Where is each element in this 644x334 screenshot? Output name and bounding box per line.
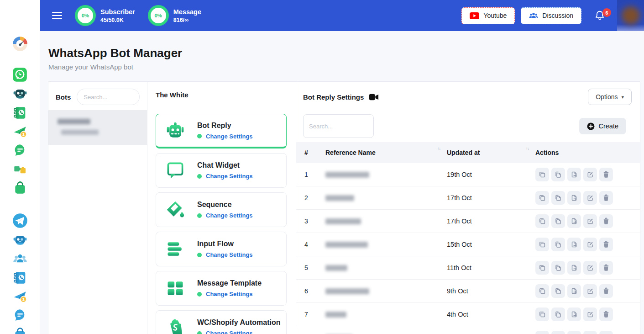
copy-icon <box>556 289 560 294</box>
row-number: 6 <box>304 287 325 295</box>
clone-button[interactable] <box>535 214 549 228</box>
delete-button[interactable] <box>599 168 613 181</box>
copy-button[interactable] <box>551 307 565 321</box>
export-button[interactable] <box>567 331 581 334</box>
col-header-reference-name[interactable]: Reference Name↑↓ <box>325 149 447 156</box>
delete-icon <box>604 311 609 318</box>
delete-button[interactable] <box>599 261 613 275</box>
notifications-bell[interactable]: 6 <box>594 10 606 21</box>
edit-button[interactable] <box>583 168 597 181</box>
feature-card-input-flow[interactable]: Input Flow Change Settings <box>156 232 287 266</box>
clone-button[interactable] <box>535 261 549 275</box>
delete-button[interactable] <box>599 238 613 251</box>
telegram-group-icon[interactable] <box>13 252 27 266</box>
telegram-icon[interactable] <box>12 212 28 229</box>
row-number: 7 <box>304 311 325 318</box>
menu-toggle-button[interactable] <box>52 12 62 19</box>
export-button[interactable] <box>567 307 581 321</box>
copy-button[interactable] <box>551 331 565 334</box>
youtube-button[interactable]: Youtube <box>461 7 515 24</box>
copy-button[interactable] <box>551 238 565 251</box>
clone-button[interactable] <box>535 307 549 321</box>
dashboard-gauge-icon[interactable] <box>11 35 29 53</box>
copy-button[interactable] <box>551 261 565 275</box>
export-button[interactable] <box>567 168 581 181</box>
feature-card-title: Input Flow <box>197 240 253 248</box>
whatsapp-shop-icon[interactable] <box>13 180 27 195</box>
copy-button[interactable] <box>551 284 565 298</box>
copy-icon <box>556 312 560 318</box>
edit-button[interactable] <box>583 331 597 334</box>
delete-button[interactable] <box>599 307 613 321</box>
clone-button[interactable] <box>535 331 549 334</box>
feature-card-wc-shopify-automation[interactable]: WC/Shopify Automation Change Settings <box>156 310 287 334</box>
telegram-broadcast-icon[interactable]: 1 <box>13 289 27 304</box>
edit-button[interactable] <box>583 307 597 321</box>
telegram-contacts-icon[interactable] <box>13 270 27 285</box>
copy-button[interactable] <box>551 214 565 228</box>
avatar-image <box>622 6 640 25</box>
export-button[interactable] <box>567 261 581 275</box>
export-button[interactable] <box>567 284 581 298</box>
shopify-icon <box>165 318 185 334</box>
telegram-chat-icon[interactable] <box>13 308 27 323</box>
whatsapp-bot-icon[interactable] <box>13 87 27 101</box>
edit-button[interactable] <box>583 214 597 228</box>
delete-button[interactable] <box>599 191 613 205</box>
export-button[interactable] <box>567 191 581 205</box>
edit-icon <box>588 265 592 270</box>
col-header-updated-at[interactable]: Updated at↑↓ <box>447 149 535 156</box>
redacted-reference-name <box>325 288 369 294</box>
whatsapp-broadcast-icon[interactable]: 1 <box>13 124 27 139</box>
telegram-shop-icon[interactable] <box>13 327 27 334</box>
sort-icon[interactable]: ↑↓ <box>437 146 440 151</box>
change-settings-link[interactable]: Change Settings <box>206 251 253 258</box>
change-settings-link[interactable]: Change Settings <box>206 173 253 180</box>
redacted-reference-name <box>325 195 354 201</box>
clone-button[interactable] <box>535 168 549 181</box>
options-dropdown-button[interactable]: Options▾ <box>588 89 632 105</box>
create-button[interactable]: Create <box>579 118 626 134</box>
edit-button[interactable] <box>583 284 597 298</box>
delete-button[interactable] <box>599 214 613 228</box>
clone-button[interactable] <box>535 284 549 298</box>
bots-title: Bots <box>56 93 71 101</box>
change-settings-link[interactable]: Change Settings <box>206 133 253 140</box>
copy-button[interactable] <box>551 191 565 205</box>
change-settings-link[interactable]: Change Settings <box>206 291 253 297</box>
bot-reply-table: # Reference Name↑↓ Updated at↑↓ Actions … <box>296 142 640 334</box>
whatsapp-chat-icon[interactable] <box>13 143 27 158</box>
whatsapp-icon[interactable] <box>12 67 28 83</box>
bot-list-item-selected[interactable] <box>48 110 147 145</box>
status-dot <box>197 253 202 257</box>
change-settings-link[interactable]: Change Settings <box>206 330 253 334</box>
video-tutorial-icon[interactable] <box>369 94 379 101</box>
export-button[interactable] <box>567 214 581 228</box>
settings-search-input[interactable] <box>303 114 374 138</box>
feature-card-bot-reply[interactable]: Bot Reply Change Settings <box>156 114 287 148</box>
whatsapp-integration-icon[interactable] <box>13 162 27 176</box>
user-avatar[interactable] <box>617 0 644 31</box>
delete-icon <box>604 171 609 178</box>
telegram-bot-icon[interactable] <box>13 233 27 248</box>
copy-button[interactable] <box>551 168 565 181</box>
feature-card-chat-widget[interactable]: Chat Widget Change Settings <box>156 153 287 188</box>
delete-button[interactable] <box>599 331 613 334</box>
discussion-button[interactable]: Discussion <box>521 7 581 24</box>
bots-search-input[interactable] <box>77 89 140 105</box>
clone-icon <box>540 172 545 177</box>
change-settings-link[interactable]: Change Settings <box>206 212 253 219</box>
whatsapp-contacts-icon[interactable] <box>13 106 27 120</box>
edit-button[interactable] <box>583 238 597 251</box>
clone-button[interactable] <box>535 238 549 251</box>
settings-title: Bot Reply Settings <box>303 93 364 101</box>
sort-icon[interactable]: ↑↓ <box>526 146 529 151</box>
row-number: 5 <box>304 264 325 271</box>
feature-card-sequence[interactable]: Sequence Change Settings <box>156 192 287 227</box>
export-button[interactable] <box>567 238 581 251</box>
edit-button[interactable] <box>583 191 597 205</box>
feature-card-message-template[interactable]: Message Template Change Settings <box>156 271 287 306</box>
delete-button[interactable] <box>599 284 613 298</box>
clone-button[interactable] <box>535 191 549 205</box>
edit-button[interactable] <box>583 261 597 275</box>
